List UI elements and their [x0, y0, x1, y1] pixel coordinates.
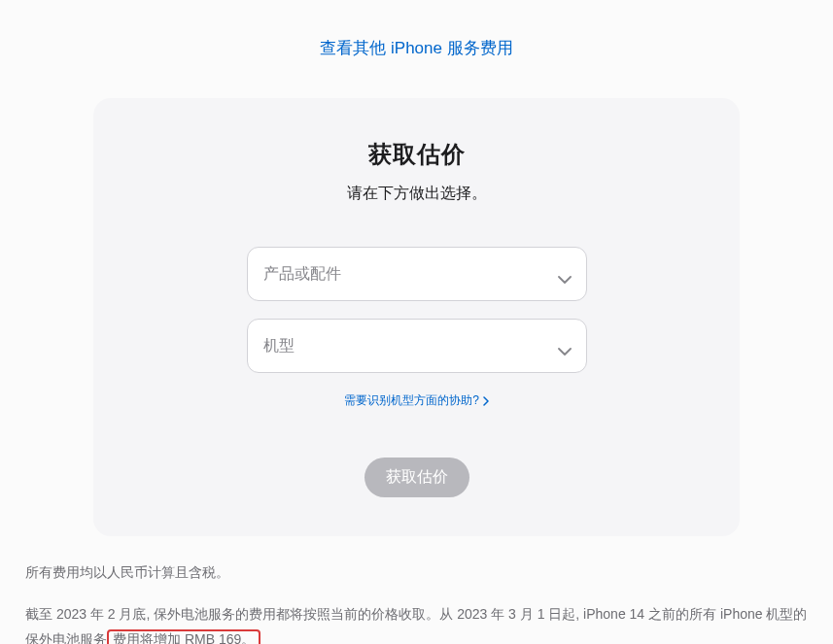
footer-tax-note: 所有费用均以人民币计算且含税。	[25, 559, 808, 586]
get-estimate-button[interactable]: 获取估价	[364, 458, 469, 497]
card-subtitle: 请在下方做出选择。	[142, 184, 691, 204]
product-select[interactable]: 产品或配件	[247, 247, 587, 301]
price-increase-highlight: 费用将增加 RMB 169。	[107, 629, 260, 644]
product-select-wrapper: 产品或配件	[247, 247, 587, 301]
estimate-card: 获取估价 请在下方做出选择。 产品或配件 机型 需要识别机型方面的协助? 获取估…	[93, 98, 740, 536]
model-select-wrapper: 机型	[247, 319, 587, 373]
footer-price-notice: 截至 2023 年 2 月底, 保外电池服务的费用都将按照当前的价格收取。从 2…	[25, 601, 808, 644]
chevron-right-icon	[483, 394, 489, 408]
footer-text: 所有费用均以人民币计算且含税。 截至 2023 年 2 月底, 保外电池服务的费…	[16, 559, 817, 644]
card-title: 获取估价	[142, 139, 691, 170]
model-select[interactable]: 机型	[247, 319, 587, 373]
help-link-text: 需要识别机型方面的协助?	[344, 392, 479, 409]
other-services-link[interactable]: 查看其他 iPhone 服务费用	[0, 37, 833, 59]
identify-model-help-link[interactable]: 需要识别机型方面的协助?	[344, 392, 489, 409]
